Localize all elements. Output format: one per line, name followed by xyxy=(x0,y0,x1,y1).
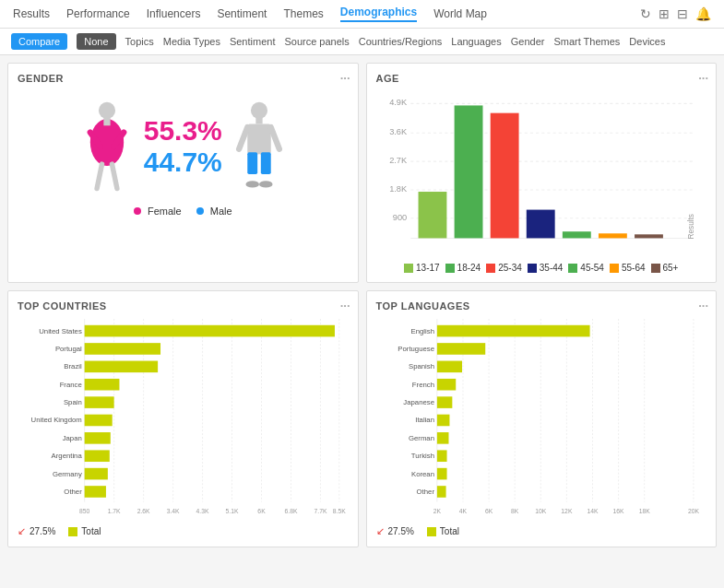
svg-text:2.6K: 2.6K xyxy=(137,508,150,514)
svg-text:1.7K: 1.7K xyxy=(108,508,121,514)
legend-label-65plus: 65+ xyxy=(663,263,679,273)
nav-performance[interactable]: Performance xyxy=(66,7,130,20)
female-pct: 55.3% xyxy=(144,115,222,147)
age-menu[interactable]: ··· xyxy=(698,71,708,85)
svg-text:France: France xyxy=(60,381,82,389)
svg-rect-11 xyxy=(261,152,271,174)
svg-text:United States: United States xyxy=(39,327,82,335)
compare-button[interactable]: Compare xyxy=(11,33,67,50)
top-languages-chart: English Portuguese Spanish French Japane… xyxy=(376,319,707,522)
nav-demographics[interactable]: Demographics xyxy=(340,6,417,22)
alert-icon[interactable]: 🔔 xyxy=(695,6,711,21)
svg-rect-97 xyxy=(436,361,461,373)
svg-line-6 xyxy=(112,164,116,188)
svg-rect-32 xyxy=(598,233,626,238)
svg-rect-63 xyxy=(85,468,108,480)
legend-18-24: 18-24 xyxy=(445,263,481,273)
male-legend: Male xyxy=(196,206,232,217)
svg-text:4.3K: 4.3K xyxy=(196,508,209,514)
svg-text:16K: 16K xyxy=(612,508,624,514)
legend-box-13-17 xyxy=(404,264,413,273)
svg-rect-57 xyxy=(85,361,158,373)
gender-visual: 55.3% 44.7% xyxy=(18,91,349,202)
svg-line-5 xyxy=(97,164,101,188)
lang-footer-pct: 27.5% xyxy=(388,526,414,536)
lang-footer-pct-item: ↙ 27.5% xyxy=(376,525,414,537)
legend-label-35-44: 35-44 xyxy=(540,263,564,273)
filter-smartthemes[interactable]: Smart Themes xyxy=(553,36,620,47)
top-languages-menu[interactable]: ··· xyxy=(698,299,708,312)
top-countries-chart: United States Portugal Brazil France Spa… xyxy=(18,319,349,522)
lang-footer-total: Total xyxy=(440,526,459,536)
legend-35-44: 35-44 xyxy=(528,263,564,273)
nav-sentiment[interactable]: Sentiment xyxy=(217,7,267,20)
svg-text:8.5K: 8.5K xyxy=(333,508,346,514)
filter-gender[interactable]: Gender xyxy=(511,36,545,47)
grid-icon[interactable]: ⊞ xyxy=(659,6,670,21)
nav-worldmap[interactable]: World Map xyxy=(433,7,487,20)
svg-rect-61 xyxy=(85,432,111,444)
svg-text:Other: Other xyxy=(416,488,434,496)
male-svg xyxy=(231,100,287,193)
male-label: Male xyxy=(210,206,232,217)
filter-devices[interactable]: Devices xyxy=(629,36,665,47)
age-chart-svg: 4.9K 3.6K 2.7K 1.8K 900 xyxy=(376,91,707,257)
svg-text:German: German xyxy=(408,434,433,442)
svg-text:1.8K: 1.8K xyxy=(389,184,408,194)
svg-text:4.9K: 4.9K xyxy=(389,98,408,107)
svg-rect-96 xyxy=(436,343,484,355)
gender-title: GENDER xyxy=(18,73,349,84)
main-content: GENDER ··· xyxy=(0,55,724,555)
svg-text:Portuguese: Portuguese xyxy=(398,345,434,353)
filter-mediatypes[interactable]: Media Types xyxy=(163,36,220,47)
nav-results[interactable]: Results xyxy=(13,7,50,20)
svg-rect-31 xyxy=(562,231,590,238)
svg-text:French: French xyxy=(411,381,433,389)
svg-rect-55 xyxy=(85,325,335,337)
svg-rect-10 xyxy=(247,152,257,174)
legend-label-13-17: 13-17 xyxy=(416,263,440,273)
svg-rect-62 xyxy=(85,450,110,462)
svg-point-7 xyxy=(251,102,267,119)
filter-languages[interactable]: Languages xyxy=(451,36,501,47)
svg-rect-104 xyxy=(436,486,445,498)
refresh-icon[interactable]: ↻ xyxy=(640,6,651,21)
layout-icon[interactable]: ⊟ xyxy=(677,6,688,21)
total-legend-box xyxy=(68,527,77,536)
legend-25-34: 25-34 xyxy=(486,263,522,273)
top-languages-footer: ↙ 27.5% Total xyxy=(376,525,707,537)
age-title: AGE xyxy=(376,73,707,84)
top-countries-title: TOP COUNTRIES xyxy=(18,300,349,312)
svg-text:6K: 6K xyxy=(257,508,266,514)
svg-rect-64 xyxy=(85,486,106,498)
top-languages-panel: TOP LANGUAGES ··· English Portuguese Spa… xyxy=(366,290,718,547)
top-countries-svg: United States Portugal Brazil France Spa… xyxy=(18,319,349,524)
svg-rect-101 xyxy=(436,432,448,444)
filter-topics[interactable]: Topics xyxy=(125,36,154,47)
svg-text:United Kingdom: United Kingdom xyxy=(31,416,82,424)
svg-text:English: English xyxy=(410,327,433,335)
legend-box-25-34 xyxy=(486,264,495,273)
legend-box-55-64 xyxy=(610,264,619,273)
svg-text:6K: 6K xyxy=(484,508,493,514)
top-countries-menu[interactable]: ··· xyxy=(340,299,350,312)
svg-text:12K: 12K xyxy=(561,508,573,514)
svg-rect-2 xyxy=(103,117,110,125)
filter-sourcepanels[interactable]: Source panels xyxy=(284,36,349,47)
svg-line-13 xyxy=(271,127,279,149)
filter-countries[interactable]: Countries/Regions xyxy=(359,36,443,47)
gender-menu[interactable]: ··· xyxy=(340,71,350,85)
nav-influencers[interactable]: Influencers xyxy=(147,7,201,20)
svg-text:18K: 18K xyxy=(638,508,650,514)
nav-themes[interactable]: Themes xyxy=(283,7,323,20)
none-button[interactable]: None xyxy=(77,33,115,50)
male-figure xyxy=(231,100,287,193)
lang-down-arrow-icon: ↙ xyxy=(376,525,385,537)
svg-rect-33 xyxy=(635,234,663,238)
svg-line-12 xyxy=(239,127,247,149)
filter-sentiment[interactable]: Sentiment xyxy=(230,36,276,47)
svg-point-0 xyxy=(99,102,115,119)
legend-box-45-54 xyxy=(568,264,577,273)
svg-text:Turkish: Turkish xyxy=(410,452,433,460)
gender-legend: Female Male xyxy=(18,206,349,217)
